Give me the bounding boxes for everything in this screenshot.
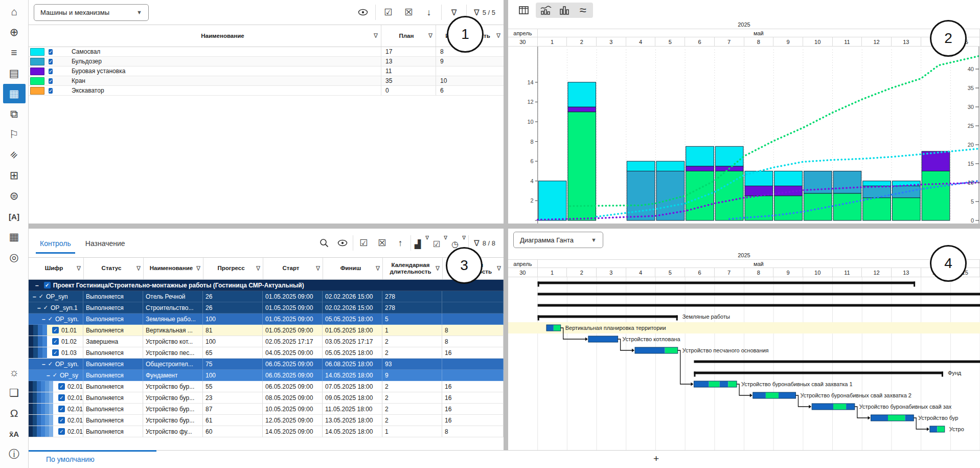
- sidebar-item-globe-icon[interactable]: ⊕: [3, 23, 26, 42]
- sidebar-item-text-a-icon[interactable]: [A]: [3, 207, 26, 226]
- sidebar-item-card-icon[interactable]: ▤: [3, 63, 26, 83]
- column-header-2[interactable]: Наименование∇: [143, 258, 203, 279]
- resource-row[interactable]: ✓Буровая установка11: [29, 66, 504, 76]
- resource-row[interactable]: ✓Экскаватор06: [29, 86, 504, 96]
- filter-count[interactable]: ∇ 8 / 8: [471, 238, 498, 248]
- sidebar-item-brightness-icon[interactable]: ☼: [3, 363, 26, 382]
- task-row[interactable]: –✓OP_synВыполняетсяОтель Речной2601.05.2…: [29, 291, 504, 302]
- resource-row[interactable]: ✓Кран3510: [29, 76, 504, 86]
- task-row[interactable]: ✓01.03ВыполняетсяУстройство пес...6504.0…: [29, 347, 504, 359]
- row-checkbox[interactable]: ✓: [58, 394, 65, 401]
- collapse-toggle[interactable]: –: [33, 293, 36, 300]
- column-header-4[interactable]: Старт∇: [263, 258, 323, 279]
- resource-row[interactable]: ✓Самосвал178: [29, 47, 504, 57]
- column-header-0[interactable]: Шифр∇: [29, 258, 83, 279]
- horizontal-splitter[interactable]: [29, 224, 980, 229]
- filter-icon[interactable]: ∇: [497, 265, 501, 272]
- collapse-toggle[interactable]: –: [42, 361, 45, 368]
- sidebar-item-eye-icon[interactable]: ◎: [3, 248, 26, 267]
- check-all-button[interactable]: ☑: [355, 235, 372, 251]
- gantt-chart[interactable]: Земляные работыВертикальная планировка т…: [508, 277, 980, 450]
- task-row[interactable]: –✓OP_syВыполняетсяФундамент10006.05.2025…: [29, 370, 504, 381]
- table-view-icon[interactable]: [514, 3, 533, 18]
- task-row[interactable]: ✓02.01.0ВыполняетсяУстройство бур...2308…: [29, 392, 504, 404]
- sidebar-item-hatch-icon[interactable]: ≡: [3, 145, 26, 165]
- column-header-6[interactable]: Календарная длительность∇: [382, 258, 442, 279]
- sidebar-item-grid-icon[interactable]: ⊞: [3, 166, 26, 185]
- collapse-toggle[interactable]: –: [47, 372, 50, 379]
- column-header-5[interactable]: Финиш∇: [323, 258, 382, 279]
- task-row[interactable]: ✓02.01.0ВыполняетсяУстройство бур...8710…: [29, 404, 504, 415]
- task-row[interactable]: –✓OP_syn.1ВыполняетсяСтроительство...260…: [29, 302, 504, 314]
- tab-assignment[interactable]: Назначение: [79, 232, 131, 254]
- collapse-toggle[interactable]: –: [42, 316, 45, 323]
- sidebar-item-bell-icon[interactable]: Ω: [3, 404, 26, 423]
- arrow-down-button[interactable]: ↓: [421, 4, 437, 20]
- row-checkbox[interactable]: ✓: [58, 383, 65, 390]
- row-check[interactable]: ✓: [48, 361, 53, 367]
- sidebar-item-calendar-icon[interactable]: ▦: [3, 227, 26, 247]
- task-row[interactable]: –✓OP_syn.ВыполняетсяЗемляные рабо...1000…: [29, 314, 504, 325]
- row-checkbox[interactable]: ✓: [52, 338, 59, 345]
- collapse-toggle[interactable]: –: [37, 304, 41, 311]
- filter-icon[interactable]: ∇: [136, 265, 141, 272]
- task-row[interactable]: ✓01.01ВыполняетсяВертикальная ...8101.05…: [29, 325, 504, 336]
- column-header-name[interactable]: Наименование∇: [69, 25, 381, 47]
- filter-icon[interactable]: ∇: [428, 32, 432, 39]
- uncheck-all-button[interactable]: ☒: [400, 4, 417, 20]
- filter-icon[interactable]: ∇: [256, 265, 260, 272]
- task-row[interactable]: –✓Проект Гостиница/Строительно-монтажные…: [29, 280, 504, 291]
- row-checkbox[interactable]: ✓: [49, 59, 53, 64]
- filter-icon[interactable]: ∇: [376, 265, 380, 272]
- visibility-button[interactable]: [334, 235, 351, 251]
- sidebar-item-comment-icon[interactable]: ❏: [3, 383, 26, 403]
- gantt-view-dropdown[interactable]: Диаграмма Ганта ▼: [513, 232, 603, 248]
- tab-control[interactable]: Контроль: [34, 232, 77, 254]
- curves-view-icon[interactable]: ≈: [574, 3, 592, 18]
- row-check[interactable]: ✓: [48, 316, 53, 322]
- bar-chart-view-icon[interactable]: [555, 3, 574, 18]
- sidebar-item-copy-icon[interactable]: ⧉: [3, 104, 26, 124]
- column-header-plan[interactable]: План∇: [381, 25, 436, 47]
- filter-icon[interactable]: ∇: [196, 265, 200, 272]
- sidebar-item-database-icon[interactable]: ⊜: [3, 186, 26, 206]
- sidebar-item-flag-icon[interactable]: ⚐: [3, 125, 26, 144]
- task-row[interactable]: –✓OP_syn.ВыполняетсяОбщестроител...7506.…: [29, 359, 504, 370]
- histogram-view-icon[interactable]: [537, 3, 555, 18]
- row-checkbox[interactable]: ✓: [58, 417, 65, 424]
- uncheck-all-button[interactable]: ☒: [374, 235, 390, 251]
- row-checkbox[interactable]: ✓: [58, 406, 65, 412]
- task-row[interactable]: ✓02.01.0ВыполняетсяУстройство фу...6014.…: [29, 426, 504, 437]
- filter-icon[interactable]: ∇: [77, 265, 81, 272]
- check-all-button[interactable]: ☑: [380, 4, 396, 20]
- sidebar-item-translate-icon[interactable]: x̄A: [3, 424, 26, 443]
- search-button[interactable]: [316, 235, 332, 251]
- filter-icon[interactable]: ∇: [496, 32, 500, 39]
- task-row[interactable]: ✓02.01.0ВыполняетсяУстройство бур...6112…: [29, 415, 504, 426]
- sidebar-item-home-icon[interactable]: ⌂: [3, 2, 26, 21]
- row-check[interactable]: ✓: [43, 304, 48, 311]
- resource-type-dropdown[interactable]: Машины и механизмы ▼: [34, 4, 149, 21]
- row-checkbox[interactable]: ✓: [49, 49, 53, 55]
- collapse-toggle[interactable]: –: [35, 282, 39, 289]
- visibility-icon[interactable]: [355, 4, 371, 20]
- filter-icon[interactable]: ∇: [316, 265, 320, 272]
- row-check[interactable]: ✓: [53, 372, 57, 378]
- sidebar-item-histogram-icon[interactable]: ▦: [3, 84, 26, 103]
- row-checkbox[interactable]: ✓: [49, 88, 53, 94]
- row-checkbox[interactable]: ✓: [58, 428, 65, 435]
- column-header-1[interactable]: Статус∇: [83, 258, 143, 279]
- column-header-3[interactable]: Прогресс∇: [203, 258, 263, 279]
- row-checkbox[interactable]: ✓: [49, 69, 53, 74]
- add-view-button[interactable]: +: [653, 453, 659, 464]
- task-row[interactable]: ✓02.01.0ВыполняетсяУстройство бур...5506…: [29, 381, 504, 392]
- filter-icon[interactable]: ∇: [374, 32, 378, 39]
- row-checkbox[interactable]: ✓: [52, 327, 59, 333]
- sidebar-item-info-icon[interactable]: ⓘ: [3, 444, 26, 464]
- row-checkbox[interactable]: ✓: [44, 282, 51, 288]
- histogram-filter-button[interactable]: ▟∇: [413, 235, 429, 251]
- sidebar-item-levels-icon[interactable]: ≡: [3, 43, 26, 62]
- arrow-up-button[interactable]: ↑: [392, 235, 408, 251]
- filter-icon[interactable]: ∇: [436, 265, 440, 272]
- view-tab-default[interactable]: По умолчанию: [46, 455, 95, 463]
